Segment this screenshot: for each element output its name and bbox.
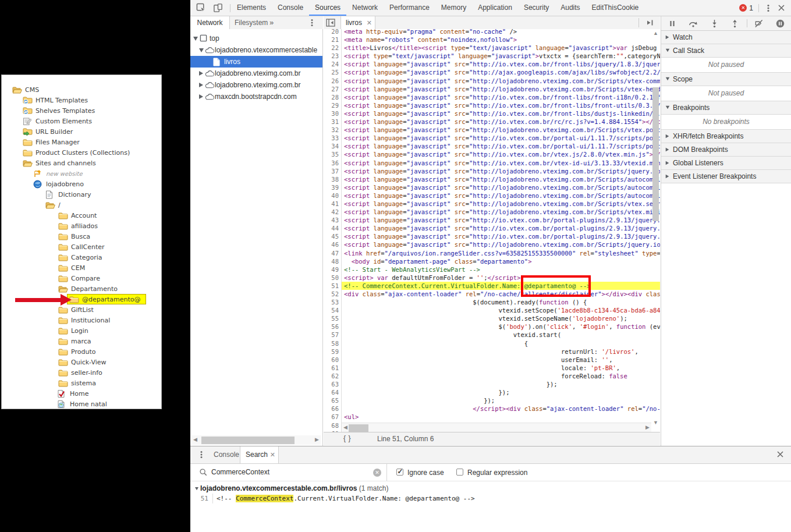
search-result-file[interactable]: lojadobreno.vtexcommercestable.com.br/li… — [190, 484, 791, 494]
main-tab-editthiscookie[interactable]: EditThisCookie — [586, 0, 645, 16]
code-line-53[interactable]: $(document).ready(function () { — [342, 298, 660, 306]
cms-tree-item-quick-view[interactable]: Quick-View — [58, 357, 107, 367]
cms-tree-item-shelves-templates[interactable]: Shelves Templates — [23, 105, 95, 116]
code-line-21[interactable]: <meta name="robots" content="noindex,nof… — [342, 36, 660, 44]
toggle-navigator-icon[interactable] — [326, 19, 335, 27]
chevron-down-icon[interactable] — [193, 37, 198, 41]
ignore-case-label[interactable]: Ignore case — [407, 469, 444, 477]
step-out-icon[interactable] — [731, 19, 739, 28]
navigator-item-lojadobreno-vteximg-com-br[interactable]: lojadobreno.vteximg.com.br — [190, 79, 323, 91]
cms-tree-item-custom-elements[interactable]: Custom Elements — [23, 116, 92, 126]
clear-search-icon[interactable]: ✕ — [373, 469, 381, 477]
cms-tree-item-product-clusters-collections-[interactable]: Product Clusters (Collections) — [23, 147, 130, 158]
code-line-57[interactable]: vtexid.start( — [342, 331, 660, 339]
source-editor[interactable]: 2021222324252627282930313233343536373839… — [324, 29, 660, 432]
code-line-64[interactable]: }); — [342, 388, 660, 396]
search-input[interactable]: CommerceContext — [211, 468, 269, 476]
cms-tree-item-departamento[interactable]: Departamento — [58, 283, 118, 294]
cms-tree-item-html-templates[interactable]: HTML Templates — [23, 95, 88, 105]
code-line-47[interactable]: <link href="/arquivos/ion.rangeSlider.cs… — [342, 249, 660, 257]
close-icon[interactable] — [778, 4, 785, 12]
main-tab-performance[interactable]: Performance — [384, 0, 435, 16]
drawer-tab-search[interactable]: Search✕ — [240, 446, 279, 463]
cms-tree-item-busca[interactable]: Busca — [58, 231, 90, 242]
main-tab-sources[interactable]: Sources — [309, 0, 346, 16]
regex-checkbox[interactable] — [456, 469, 463, 476]
regex-label[interactable]: Regular expression — [467, 469, 527, 477]
code-line-48[interactable]: <body id="departament-page" class="depar… — [342, 257, 660, 265]
navigator-tab-filesystem[interactable]: Filesystem — [235, 16, 268, 29]
code-line-46[interactable]: <script language="javascript" src="http:… — [342, 240, 660, 249]
code-line-33[interactable]: <script language="javascript" src="http:… — [342, 134, 660, 142]
code-line-30[interactable]: <script language="javascript" src="http:… — [342, 109, 660, 118]
main-tab-elements[interactable]: Elements — [231, 0, 272, 16]
code-line-29[interactable]: <script language="javascript" src="http:… — [342, 101, 660, 109]
sidebar-section-event-listener-breakpoints[interactable]: Event Listener Breakpoints — [661, 170, 791, 183]
deactivate-breakpoints-icon[interactable] — [754, 19, 763, 28]
sidebar-section-scope[interactable]: Scope — [661, 73, 791, 86]
kebab-menu-icon[interactable] — [764, 3, 772, 13]
show-debugger-icon[interactable] — [645, 19, 655, 27]
code-line-25[interactable]: <script language="javascript" src="http:… — [342, 68, 660, 76]
cms-tree-item-giftlist[interactable]: GiftList — [58, 304, 94, 315]
code-line-32[interactable]: <script language="javascript" src="http:… — [342, 126, 660, 134]
code-line-24[interactable]: <script language="javascript" src="http:… — [342, 60, 660, 68]
code-line-60[interactable]: userEmail: '', — [342, 356, 660, 364]
cms-tree-item-marca[interactable]: marca — [58, 336, 91, 346]
drawer-menu-icon[interactable] — [197, 450, 205, 459]
sidebar-section-watch[interactable]: Watch — [661, 31, 791, 44]
code-line-65[interactable]: }); — [342, 396, 660, 405]
code-line-66[interactable]: </script><div class="ajax-content-loader… — [342, 405, 660, 413]
code-line-28[interactable]: <script language="javascript" src="http:… — [342, 93, 660, 101]
main-tab-audits[interactable]: Audits — [555, 0, 586, 16]
code-line-27[interactable]: <script language="javascript" src="http:… — [342, 85, 660, 93]
code-line-59[interactable]: returnUrl: '/livros', — [342, 347, 660, 356]
cms-tree-item-lojadobreno[interactable]: lojadobreno — [33, 179, 84, 189]
sidebar-section-dom-breakpoints[interactable]: DOM Breakpoints — [661, 143, 791, 157]
code-line-31[interactable]: <script language="javascript" src="http:… — [342, 118, 660, 126]
navigator-item-lojadobreno-vtexcommercestable[interactable]: lojadobreno.vtexcommercestable — [190, 44, 323, 56]
pretty-print-icon[interactable]: { } — [343, 434, 351, 442]
navigator-item-lojadobreno-vteximg-com-br[interactable]: lojadobreno.vteximg.com.br — [190, 68, 323, 79]
code-line-44[interactable]: <script language="javascript" src="http:… — [342, 224, 660, 232]
chevron-right-icon[interactable] — [199, 94, 203, 99]
sidebar-section-xhr-fetch-breakpoints[interactable]: XHR/fetch Breakpoints — [661, 130, 791, 143]
cms-tree-item-account[interactable]: Account — [58, 210, 97, 221]
cms-tree-item-seller-info[interactable]: seller-info — [58, 367, 102, 378]
code-line-58[interactable]: { — [342, 339, 660, 347]
code-line-26[interactable]: <script language="javascript" src="http:… — [342, 77, 660, 85]
cms-tree-item-institucional[interactable]: Institucional — [58, 315, 110, 325]
inspect-element-icon[interactable] — [196, 3, 206, 13]
code-line-20[interactable]: <meta http-equiv="pragma" content="no-ca… — [342, 29, 660, 36]
sidebar-section-global-listeners[interactable]: Global Listeners — [661, 157, 791, 170]
scroll-left-icon[interactable]: ◀ — [193, 437, 197, 442]
more-tabs-icon[interactable]: » — [269, 16, 274, 29]
cms-tree-item-new-website[interactable]: new website — [33, 168, 83, 179]
cms-tree-item-categoria[interactable]: Categoria — [58, 252, 102, 263]
cms-tree-item-login[interactable]: Login — [58, 325, 88, 336]
main-tab-memory[interactable]: Memory — [435, 0, 472, 16]
code-line-49[interactable]: <!-- Start - WebAnalyticsViewPart --> — [342, 265, 660, 274]
scrollbar-thumb[interactable] — [349, 424, 368, 432]
code-line-34[interactable]: <script language="javascript" src="http:… — [342, 142, 660, 150]
cms-tree-item-produto[interactable]: Produto — [58, 346, 95, 357]
step-over-icon[interactable] — [689, 20, 698, 27]
code-line-51[interactable]: <!-- CommerceContext.Current.VirtualFold… — [342, 282, 660, 290]
cms-tree-item-home[interactable]: Home — [57, 388, 88, 399]
code-line-38[interactable]: <script language="javascript" src="http:… — [342, 175, 660, 183]
code-line-62[interactable]: forceReload: false — [342, 372, 660, 380]
code-line-67[interactable]: <ul> — [342, 413, 660, 421]
device-toolbar-icon[interactable] — [213, 3, 223, 13]
cms-tree-item-files-manager[interactable]: Files Manager — [23, 137, 80, 147]
sidebar-section-breakpoints[interactable]: Breakpoints — [661, 101, 791, 115]
pause-script-icon[interactable] — [669, 20, 676, 27]
cms-tree-item-compare[interactable]: Compare — [58, 273, 100, 283]
cms-tree-item-url-builder[interactable]: URL Builder — [23, 126, 73, 137]
error-badge[interactable]: ✕1 — [739, 4, 753, 12]
scrollbar-thumb[interactable] — [201, 437, 295, 444]
cms-tree-item--departamento-[interactable]: @departamento@ — [67, 294, 146, 304]
code-line-43[interactable]: <script language="javascript" src="http:… — [342, 216, 660, 224]
scroll-left-icon[interactable]: ◀ — [343, 424, 347, 430]
main-tab-security[interactable]: Security — [518, 0, 555, 16]
editor-vertical-scrollbar[interactable]: ▲ ▼ — [651, 29, 660, 432]
